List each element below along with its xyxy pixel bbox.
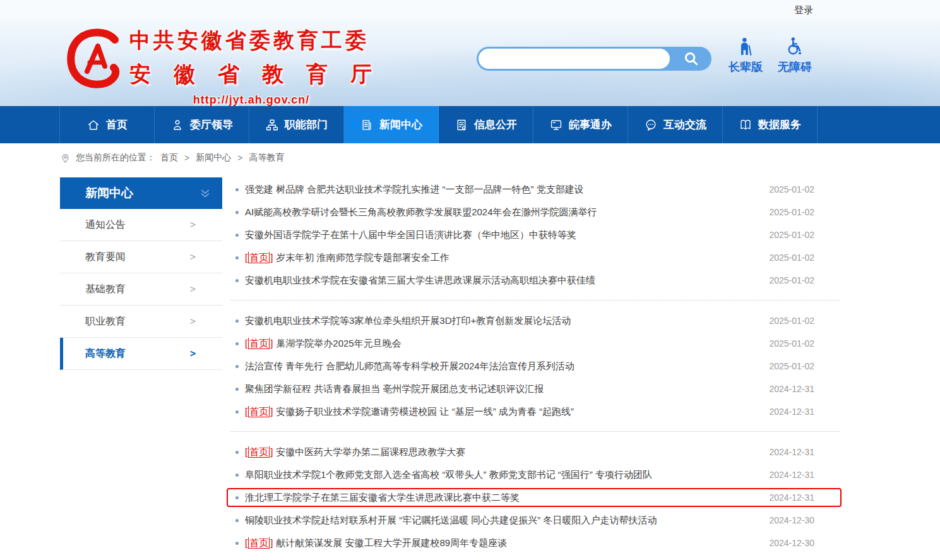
news-link[interactable]: 淮北理工学院学子在第三届安徽省大学生讲思政课比赛中获二等奖 <box>245 492 769 504</box>
news-link[interactable]: 安徽外国语学院学子在第十八届中华全国日语演讲比赛（华中地区）中获特等奖 <box>245 229 769 241</box>
monitor-icon <box>549 118 563 132</box>
nav-label: 皖事通办 <box>569 117 612 132</box>
news-link[interactable]: 首页献计献策谋发展 安徽工程大学开展建校89周年专题座谈 <box>245 537 769 549</box>
news-title: 安徽外国语学院学子在第十八届中华全国日语演讲比赛（华中地区）中获特等奖 <box>245 229 576 240</box>
news-date: 2025-01-02 <box>769 316 814 326</box>
news-item: 强党建 树品牌 合肥共达职业技术学院扎实推进 “一支部一品牌一特色” 党支部建设… <box>230 178 840 201</box>
nav-label: 首页 <box>106 117 128 132</box>
news-title: 安徽机电职业技术学院等3家单位牵头组织开展3D打印+教育创新发展论坛活动 <box>245 315 571 326</box>
elder-version-label: 长辈版 <box>723 59 768 74</box>
news-link[interactable]: 首页巢湖学院举办2025年元旦晚会 <box>245 338 769 350</box>
nav-item-services[interactable]: 皖事通办 <box>533 106 628 143</box>
sidebar: 新闻中心 通知公告 > 教育要闻 > 基础教育 > 职业教育 > 高等教育 > <box>60 177 222 370</box>
login-link[interactable]: 登录 <box>794 4 813 16</box>
news-item: 首页安徽中医药大学举办第二届课程思政教学大赛 2024-12-31 <box>230 441 840 463</box>
news-item: 法治宣传 青年先行 合肥幼儿师范高等专科学校开展2024年法治宣传月系列活动 2… <box>230 355 840 378</box>
news-item: 首页安徽扬子职业技术学院邀请劳模进校园 让 “基层一线” 成为青春 “起跑线” … <box>230 400 840 423</box>
wheelchair-icon <box>785 37 804 56</box>
news-group: 强党建 树品牌 合肥共达职业技术学院扎实推进 “一支部一品牌一特色” 党支部建设… <box>230 178 840 301</box>
news-date: 2024-12-30 <box>769 515 814 525</box>
news-date: 2024-12-31 <box>769 447 814 457</box>
news-item: 安徽机电职业技术学院在安徽省第三届大学生讲思政课展示活动高职组决赛中获佳绩 20… <box>230 269 840 292</box>
news-link[interactable]: 法治宣传 青年先行 合肥幼儿师范高等专科学校开展2024年法治宣传月系列活动 <box>245 360 769 372</box>
news-date: 2025-01-02 <box>769 361 814 371</box>
top-bar: 登录 <box>0 0 940 19</box>
elder-version-link[interactable]: 长辈版 <box>723 37 768 74</box>
chevron-right-icon: > <box>190 219 196 230</box>
sidebar-item-label: 高等教育 <box>85 347 126 360</box>
sidebar-item-education-news[interactable]: 教育要闻 > <box>60 241 222 273</box>
org-title-line1: 中共安徽省委教育工委 <box>129 27 373 55</box>
search-button[interactable] <box>671 47 711 71</box>
news-title: 淮北理工学院学子在第三届安徽省大学生讲思政课比赛中获二等奖 <box>245 492 520 503</box>
bullet-icon <box>235 496 239 499</box>
nav-label: 新闻中心 <box>379 117 422 132</box>
nav-item-news-center[interactable]: 新闻中心 <box>344 106 439 143</box>
bullet-icon <box>235 279 239 282</box>
search-input[interactable] <box>479 49 670 69</box>
news-date: 2024-12-31 <box>769 407 814 417</box>
sidebar-item-basic-education[interactable]: 基础教育 > <box>60 273 222 306</box>
news-item: 安徽外国语学院学子在第十八届中华全国日语演讲比赛（华中地区）中获特等奖 2025… <box>230 223 840 246</box>
news-date: 2024-12-31 <box>769 492 814 503</box>
news-link[interactable]: 阜阳职业技术学院1个教师党支部入选全省高校 “双带头人” 教师党支部书记 “强国… <box>245 469 769 481</box>
bullet-icon <box>235 410 239 414</box>
news-link[interactable]: 安徽机电职业技术学院等3家单位牵头组织开展3D打印+教育创新发展论坛活动 <box>245 315 769 327</box>
homepage-tag: 首页 <box>245 406 273 417</box>
breadcrumb-higher-education[interactable]: 高等教育 <box>249 152 284 164</box>
news-date: 2025-01-02 <box>769 230 814 240</box>
news-link[interactable]: 强党建 树品牌 合肥共达职业技术学院扎实推进 “一支部一品牌一特色” 党支部建设 <box>245 184 769 196</box>
nav-item-departments[interactable]: 职能部门 <box>249 106 344 143</box>
news-item: 聚焦团学新征程 共话青春展担当 亳州学院开展团总支书记述职评议汇报 2024-1… <box>230 378 840 400</box>
breadcrumb-home[interactable]: 首页 <box>160 152 178 164</box>
news-link[interactable]: 首页岁末年初 淮南师范学院专题部署安全工作 <box>245 252 769 264</box>
sidebar-item-notices[interactable]: 通知公告 > <box>60 209 222 241</box>
news-date: 2024-12-30 <box>769 538 814 548</box>
search-icon <box>683 51 699 67</box>
brand-block: 中共安徽省委教育工委 安徽省教育厅 http://jyt.ah.gov.cn/ <box>129 27 373 106</box>
sidebar-item-label: 基础教育 <box>85 283 126 296</box>
news-link[interactable]: 安徽机电职业技术学院在安徽省第三届大学生讲思政课展示活动高职组决赛中获佳绩 <box>245 275 769 287</box>
news-link[interactable]: 首页安徽中医药大学举办第二届课程思政教学大赛 <box>245 446 769 458</box>
news-link[interactable]: 首页安徽扬子职业技术学院邀请劳模进校园 让 “基层一线” 成为青春 “起跑线” <box>245 406 769 418</box>
document-icon <box>455 118 468 132</box>
homepage-tag: 首页 <box>245 338 273 349</box>
bullet-icon <box>235 451 239 454</box>
news-title: AI赋能高校教学研讨会暨长三角高校教师教学发展联盟2024年会在滁州学院圆满举行 <box>245 206 597 217</box>
nav-item-home[interactable]: 首页 <box>60 106 155 143</box>
sidebar-item-higher-education[interactable]: 高等教育 > <box>60 338 222 370</box>
sidebar-item-label: 通知公告 <box>85 218 126 232</box>
nav-item-interaction[interactable]: 互动交流 <box>628 106 723 143</box>
header-banner: 中共安徽省委教育工委 安徽省教育厅 http://jyt.ah.gov.cn/ … <box>0 19 940 106</box>
news-date: 2025-01-02 <box>769 338 814 349</box>
bullet-icon <box>235 474 239 477</box>
homepage-tag: 首页 <box>245 537 273 548</box>
chevron-right-icon: > <box>190 348 196 359</box>
accessibility-link[interactable]: 无障碍 <box>773 37 817 74</box>
nav-item-data-services[interactable]: 数据服务 <box>723 106 818 143</box>
nav-item-info-disclosure[interactable]: 信息公开 <box>439 106 533 143</box>
sitemap-icon <box>265 118 279 132</box>
chevron-right-icon: > <box>190 283 196 295</box>
sidebar-title: 新闻中心 <box>60 177 222 209</box>
news-list: 强党建 树品牌 合肥共达职业技术学院扎实推进 “一支部一品牌一特色” 党支部建设… <box>230 178 840 560</box>
sidebar-item-vocational-education[interactable]: 职业教育 > <box>60 306 222 338</box>
nav-item-leaders[interactable]: 委厅领导 <box>155 106 249 143</box>
news-link[interactable]: 铜陵职业技术学院赴结对联系村开展 “牢记嘱托送温暖 同心共建促振兴” 冬日暖阳入… <box>245 515 769 527</box>
news-title: 法治宣传 青年先行 合肥幼儿师范高等专科学校开展2024年法治宣传月系列活动 <box>245 360 574 371</box>
book-icon <box>739 118 753 132</box>
news-title: 献计献策谋发展 安徽工程大学开展建校89周年专题座谈 <box>276 537 507 548</box>
breadcrumb: 您当前所在的位置： 首页 > 新闻中心 > 高等教育 <box>60 152 284 164</box>
main-nav: 首页 委厅领导 职能部门 新闻中心 <box>0 106 940 143</box>
newspaper-icon <box>360 118 374 132</box>
sidebar-title-label: 新闻中心 <box>85 185 133 201</box>
bullet-icon <box>235 234 239 237</box>
news-title: 岁末年初 淮南师范学院专题部署安全工作 <box>276 252 449 263</box>
breadcrumb-news-center[interactable]: 新闻中心 <box>196 152 231 164</box>
bullet-icon <box>235 188 239 191</box>
news-link[interactable]: 聚焦团学新征程 共话青春展担当 亳州学院开展团总支书记述职评议汇报 <box>245 383 769 395</box>
bullet-icon <box>235 365 239 368</box>
news-title: 聚焦团学新征程 共话青春展担当 亳州学院开展团总支书记述职评议汇报 <box>245 383 544 394</box>
news-link[interactable]: AI赋能高校教学研讨会暨长三角高校教师教学发展联盟2024年会在滁州学院圆满举行 <box>245 206 769 218</box>
news-title: 强党建 树品牌 合肥共达职业技术学院扎实推进 “一支部一品牌一特色” 党支部建设 <box>245 184 584 194</box>
